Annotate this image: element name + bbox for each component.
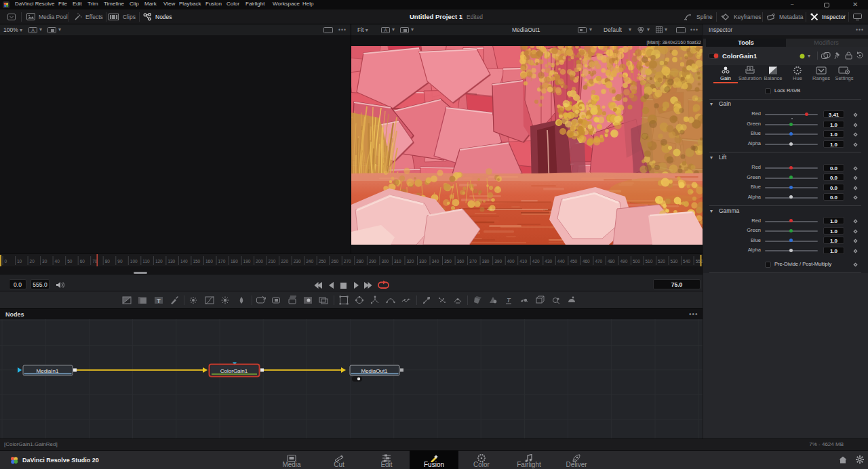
svg-text:MediaOut1: MediaOut1 (361, 368, 388, 374)
svg-text:500: 500 (633, 259, 640, 264)
svg-text:30: 30 (42, 259, 47, 264)
svg-text:50: 50 (67, 259, 73, 264)
svg-text:440: 440 (557, 259, 565, 264)
svg-text:200: 200 (256, 259, 263, 264)
svg-text:340: 340 (432, 259, 439, 264)
svg-text:460: 460 (583, 259, 590, 264)
svg-text:530: 530 (671, 259, 678, 264)
svg-text:A: A (384, 28, 387, 33)
svg-text:450: 450 (570, 259, 577, 264)
svg-text:100: 100 (130, 259, 138, 264)
svg-text:410: 410 (519, 259, 527, 264)
svg-text:240: 240 (306, 259, 313, 264)
svg-text:370: 370 (469, 259, 477, 264)
svg-text:220: 220 (281, 259, 288, 264)
svg-text:ColorGain1: ColorGain1 (220, 368, 248, 374)
svg-text:280: 280 (356, 259, 363, 264)
svg-text:290: 290 (369, 259, 376, 264)
svg-text:20: 20 (30, 259, 35, 264)
svg-text:520: 520 (658, 259, 665, 264)
svg-text:0: 0 (5, 259, 7, 264)
svg-text:60: 60 (80, 259, 85, 264)
svg-text:110: 110 (142, 259, 150, 264)
svg-text:490: 490 (620, 259, 628, 264)
svg-text:180: 180 (231, 259, 238, 264)
svg-text:210: 210 (269, 259, 276, 264)
svg-text:470: 470 (595, 259, 602, 264)
svg-text:310: 310 (394, 259, 401, 264)
svg-text:A: A (31, 28, 35, 33)
svg-text:160: 160 (205, 259, 213, 264)
svg-text:260: 260 (331, 259, 338, 264)
svg-text:350: 350 (444, 259, 452, 264)
svg-text:330: 330 (419, 259, 427, 264)
svg-text:230: 230 (294, 259, 301, 264)
svg-text:10: 10 (17, 259, 22, 264)
svg-text:360: 360 (457, 259, 465, 264)
svg-text:120: 120 (155, 259, 163, 264)
svg-text:320: 320 (407, 259, 414, 264)
svg-text:80: 80 (105, 259, 111, 264)
svg-text:400: 400 (507, 259, 515, 264)
svg-text:430: 430 (545, 259, 552, 264)
svg-text:250: 250 (319, 259, 326, 264)
svg-text:380: 380 (482, 259, 490, 264)
svg-text:420: 420 (532, 259, 540, 264)
svg-text:510: 510 (646, 259, 653, 264)
svg-text:150: 150 (193, 259, 200, 264)
svg-text:90: 90 (117, 259, 123, 264)
svg-text:170: 170 (218, 259, 226, 264)
svg-text:40: 40 (55, 259, 60, 264)
svg-text:540: 540 (683, 259, 690, 264)
svg-text:190: 190 (243, 259, 251, 264)
svg-text:T: T (507, 297, 511, 304)
svg-text:MediaIn1: MediaIn1 (37, 368, 59, 374)
svg-text:140: 140 (180, 259, 188, 264)
svg-text:390: 390 (494, 259, 502, 264)
svg-text:T: T (157, 298, 161, 304)
svg-text:270: 270 (344, 259, 351, 264)
svg-text:480: 480 (608, 259, 615, 264)
svg-text:300: 300 (381, 259, 389, 264)
svg-text:130: 130 (167, 259, 175, 264)
